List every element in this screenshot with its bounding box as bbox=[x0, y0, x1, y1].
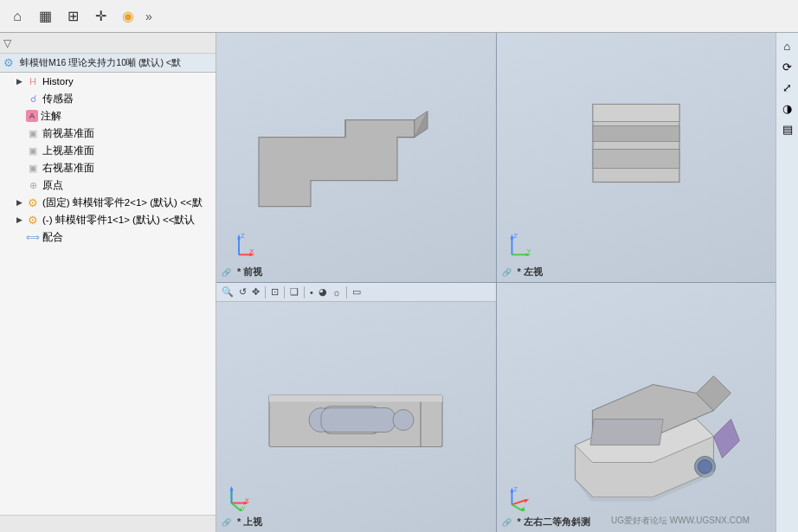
right-plane-icon: ▣ bbox=[26, 161, 40, 175]
front-view-label: * 前视 bbox=[237, 266, 262, 279]
origin-label: 原点 bbox=[42, 179, 63, 192]
expand-history[interactable]: ▶ bbox=[14, 76, 24, 87]
svg-text:Y: Y bbox=[241, 504, 246, 511]
viewport-top[interactable]: 🔍 ↺ ✥ ⊡ ❑ • ◕ ☼ ▭ bbox=[216, 283, 496, 532]
front-view-shape bbox=[241, 94, 449, 235]
svg-rect-13 bbox=[593, 150, 679, 169]
viewport-front[interactable]: Z X 🔗 * 前视 bbox=[216, 33, 496, 282]
rt-table-btn[interactable]: ▤ bbox=[778, 119, 797, 138]
top-axes: X Y bbox=[223, 480, 254, 511]
tree-item-origin[interactable]: ⊕ 原点 bbox=[0, 176, 216, 194]
svg-text:Y: Y bbox=[526, 247, 531, 255]
annotation-label: 注解 bbox=[41, 110, 61, 123]
rt-color-btn[interactable]: ◑ bbox=[778, 99, 797, 118]
expand-sensor bbox=[14, 93, 24, 104]
viewport-iso[interactable]: Z 🔗 * 左右二等角斜测 UG爱好者论坛 WWW.UGSNX.COM bbox=[497, 283, 776, 532]
sidebar: ▽ ⚙ 蚌模钳M16 理论夹持力10噸 (默认) <默 ▶ H History … bbox=[0, 33, 216, 532]
svg-rect-12 bbox=[593, 126, 679, 142]
toolbar-more-btn[interactable]: » bbox=[142, 10, 156, 23]
viewport-subtoolbar: 🔍 ↺ ✥ ⊡ ❑ • ◕ ☼ ▭ bbox=[216, 283, 496, 302]
left-link-icon: 🔗 bbox=[502, 268, 512, 277]
pan-sub-icon[interactable]: ✥ bbox=[250, 285, 261, 298]
tree-item-front-plane[interactable]: ▣ 前视基准面 bbox=[0, 125, 216, 142]
tree-item-mating[interactable]: ⟺ 配合 bbox=[0, 228, 216, 246]
right-plane-label: 右视基准面 bbox=[42, 162, 94, 175]
toolbar-grid-btn[interactable]: ▦ bbox=[32, 4, 58, 29]
cube-sub-icon[interactable]: ❑ bbox=[288, 285, 300, 298]
tree-item-sensor[interactable]: ☌ 传感器 bbox=[0, 90, 216, 107]
tree-item-annotation[interactable]: A 注解 bbox=[0, 107, 216, 125]
svg-line-51 bbox=[512, 504, 523, 511]
toolbar-layers-btn[interactable]: ⊞ bbox=[60, 4, 86, 29]
color2-sub-icon[interactable]: ◕ bbox=[317, 285, 329, 298]
part1-label: (-) 蚌模钳零件1<1> (默认) <<默认 bbox=[42, 214, 195, 227]
rotate-sub-icon[interactable]: ↺ bbox=[237, 285, 248, 298]
sun-sub-icon[interactable]: ☼ bbox=[331, 286, 343, 298]
top-view-shape bbox=[252, 356, 460, 480]
viewport-area: Z X 🔗 * 前视 bbox=[216, 33, 775, 532]
front-plane-label: 前视基准面 bbox=[42, 127, 94, 140]
part2-icon: ⚙ bbox=[26, 195, 40, 209]
right-toolbar: ⌂ ⟳ ⤢ ◑ ▤ bbox=[775, 33, 798, 532]
assembly-title-text: 蚌模钳M16 理论夹持力10噸 (默认) <默 bbox=[20, 57, 181, 69]
tree-item-part2[interactable]: ▶ ⚙ (固定) 蚌模钳零件2<1> (默认) <<默 bbox=[0, 194, 216, 211]
top-view-label: * 上视 bbox=[237, 516, 262, 529]
svg-point-43 bbox=[698, 460, 711, 474]
zoom-sub-icon[interactable]: 🔍 bbox=[220, 285, 235, 298]
tree-item-right-plane[interactable]: ▣ 右视基准面 bbox=[0, 159, 216, 176]
expand-part2[interactable]: ▶ bbox=[14, 197, 24, 208]
sensor-icon: ☌ bbox=[26, 92, 40, 106]
svg-marker-36 bbox=[230, 486, 234, 491]
expand-part1[interactable]: ▶ bbox=[14, 215, 24, 225]
tree-item-history[interactable]: ▶ H History bbox=[0, 73, 216, 90]
mating-icon: ⟺ bbox=[26, 230, 40, 244]
origin-icon: ⊕ bbox=[26, 178, 40, 192]
sidebar-bottom bbox=[0, 515, 216, 532]
tree-item-top-plane[interactable]: ▣ 上视基准面 bbox=[0, 142, 216, 159]
iso-view-label: * 左右二等角斜测 bbox=[518, 516, 590, 529]
iso-link-icon: 🔗 bbox=[502, 518, 512, 527]
svg-text:Z: Z bbox=[513, 232, 518, 240]
history-icon: H bbox=[26, 74, 40, 88]
tree-item-part1[interactable]: ▶ ⚙ (-) 蚌模钳零件1<1> (默认) <<默认 bbox=[0, 211, 216, 228]
front-axes: Z X bbox=[223, 230, 254, 261]
expand-front-plane bbox=[14, 128, 24, 138]
rt-rotate-btn[interactable]: ⟳ bbox=[778, 57, 797, 76]
part1-icon: ⚙ bbox=[26, 213, 40, 227]
tree-container: ▶ H History ☌ 传感器 A 注解 ▣ 前视基准面 bbox=[0, 73, 216, 515]
expand-annotation bbox=[14, 111, 24, 121]
left-view-label: * 左视 bbox=[518, 266, 543, 279]
iso-view-shape bbox=[523, 307, 774, 509]
filter-icon: ▽ bbox=[3, 37, 11, 49]
top-plane-label: 上视基准面 bbox=[42, 144, 94, 157]
viewport-left[interactable]: Z Y 🔗 * 左视 bbox=[497, 33, 776, 282]
svg-rect-14 bbox=[593, 105, 679, 122]
watermark-text: UG爱好者论坛 WWW.UGSNX.COM bbox=[611, 515, 750, 527]
monitor-sub-icon[interactable]: ▭ bbox=[351, 285, 363, 298]
page-sub-icon[interactable]: ⊡ bbox=[269, 285, 280, 298]
svg-rect-27 bbox=[269, 395, 442, 402]
sensor-label: 传感器 bbox=[42, 93, 74, 106]
top-link-icon: 🔗 bbox=[222, 518, 231, 527]
dot-sub-icon[interactable]: • bbox=[308, 286, 315, 298]
svg-rect-24 bbox=[321, 408, 395, 433]
main-layout: ▽ ⚙ 蚌模钳M16 理论夹持力10噸 (默认) <默 ▶ H History … bbox=[0, 33, 798, 532]
toolbar-sphere-btn[interactable]: ◉ bbox=[115, 4, 141, 29]
rt-house-btn[interactable]: ⌂ bbox=[778, 36, 797, 55]
svg-point-25 bbox=[393, 410, 414, 431]
sub-divider1 bbox=[265, 286, 266, 298]
sub-divider4 bbox=[346, 286, 347, 298]
svg-text:X: X bbox=[249, 247, 254, 255]
annotation-icon: A bbox=[26, 110, 38, 122]
rt-fit-btn[interactable]: ⤢ bbox=[778, 78, 797, 97]
sub-divider2 bbox=[284, 286, 285, 298]
toolbar-crosshair-btn[interactable]: ✛ bbox=[87, 4, 113, 29]
expand-top-plane bbox=[14, 145, 24, 156]
svg-text:Z: Z bbox=[241, 232, 245, 240]
expand-mating bbox=[14, 232, 24, 242]
front-plane-icon: ▣ bbox=[26, 126, 40, 140]
expand-right-plane bbox=[14, 163, 24, 173]
toolbar-home-btn[interactable]: ⌂ bbox=[4, 4, 30, 29]
filter-bar: ▽ bbox=[0, 33, 216, 54]
top-plane-icon: ▣ bbox=[26, 144, 40, 157]
